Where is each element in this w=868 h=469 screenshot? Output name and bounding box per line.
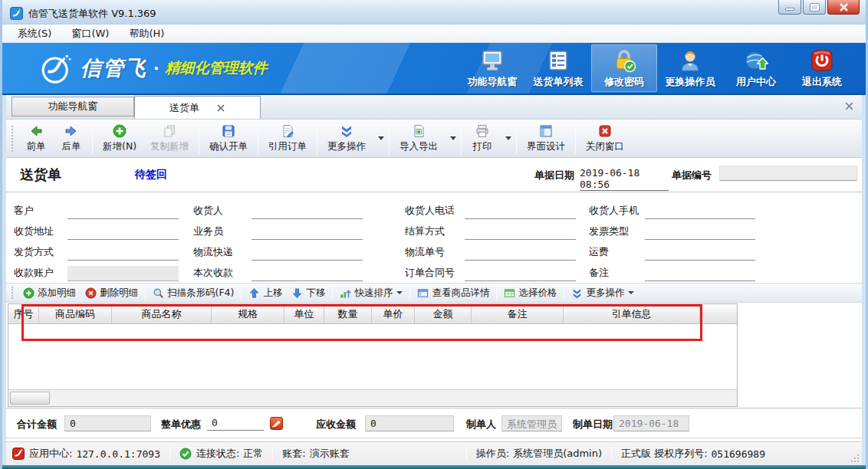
- column-header[interactable]: 商品编码: [39, 304, 112, 323]
- move-down-button[interactable]: 下移: [287, 284, 330, 301]
- resize-grip[interactable]: [850, 454, 860, 463]
- logistics-field[interactable]: [252, 245, 363, 261]
- print-dropdown-icon[interactable]: [505, 136, 511, 140]
- confirm-button[interactable]: 确认开单: [202, 121, 255, 156]
- brand-separator: ·: [153, 59, 159, 77]
- column-header[interactable]: 商品名称: [112, 304, 212, 323]
- move-up-button[interactable]: 上移: [244, 284, 287, 301]
- payment-field[interactable]: [252, 266, 363, 281]
- delete-detail-button[interactable]: 删除明细: [81, 284, 143, 301]
- quick-sort-dropdown-icon[interactable]: [396, 291, 403, 294]
- menu-window[interactable]: 窗口(W): [64, 25, 117, 42]
- maximize-button[interactable]: [803, 0, 826, 15]
- banner-button-nav-window[interactable]: 功能导航窗: [459, 44, 525, 92]
- ship-method-field[interactable]: [67, 245, 179, 261]
- field-label: 备注: [589, 266, 645, 281]
- maximize-icon: [810, 4, 819, 11]
- address-field[interactable]: [67, 225, 179, 240]
- status-license: 正式版 授权序列号: 051696989: [621, 447, 765, 461]
- window-bottom-frame: [2, 465, 866, 469]
- ui-design-button[interactable]: 界面设计: [520, 121, 572, 156]
- copy-new-button: 复制新增: [143, 121, 196, 156]
- horizontal-scrollbar[interactable]: [8, 389, 737, 406]
- select-price-button[interactable]: 选择价格: [499, 284, 561, 301]
- toolbar-grip[interactable]: [12, 126, 15, 152]
- column-header[interactable]: 单位: [284, 304, 324, 323]
- sort-icon: [340, 287, 351, 299]
- import-export-icon: [411, 123, 426, 139]
- minimize-button[interactable]: [778, 0, 801, 15]
- column-header[interactable]: 金额: [415, 304, 472, 323]
- price-table-icon: [504, 287, 515, 299]
- view-product-detail-button[interactable]: 查看商品详情: [413, 284, 494, 301]
- banner-button-change-operator[interactable]: 更换操作员: [657, 44, 723, 92]
- detail-more-actions-button[interactable]: 更多操作: [567, 284, 639, 301]
- menu-system[interactable]: 系统(S): [10, 25, 59, 42]
- more-actions-dropdown-icon[interactable]: [378, 136, 384, 140]
- contract-no-field[interactable]: [465, 266, 576, 281]
- close-window-icon: [597, 123, 613, 139]
- new-button[interactable]: 新增(N): [96, 121, 143, 156]
- close-window-button[interactable]: 关闭窗口: [579, 121, 631, 156]
- tracking-no-field[interactable]: [465, 245, 576, 261]
- field-label: 客户: [14, 204, 67, 219]
- banner-button-delivery-list[interactable]: 送货单列表: [525, 44, 591, 92]
- detail-toolbar-separator: [332, 286, 333, 300]
- detail-more-dropdown-icon[interactable]: [628, 291, 634, 294]
- lock-check-icon: [612, 48, 636, 73]
- salesman-field[interactable]: [252, 225, 363, 240]
- settlement-field[interactable]: [465, 225, 576, 240]
- page-title: 送货单: [20, 166, 61, 184]
- tab-delivery-order[interactable]: 送货单: [134, 96, 261, 119]
- import-export-button[interactable]: 导入导出: [393, 121, 445, 156]
- receiver-mobile-field[interactable]: [645, 204, 755, 219]
- ref-order-icon: [280, 123, 295, 139]
- column-header[interactable]: 引单信息: [564, 304, 700, 323]
- quick-sort-button[interactable]: 快速排序: [335, 284, 407, 301]
- column-header[interactable]: 规格: [212, 304, 284, 323]
- freight-field[interactable]: [645, 245, 755, 261]
- brand-tagline: 精细化管理软件: [166, 58, 268, 78]
- add-detail-button[interactable]: 添加明细: [18, 284, 81, 301]
- remark-field[interactable]: [645, 266, 755, 281]
- import-export-dropdown-icon[interactable]: [450, 136, 456, 140]
- discount-edit-button[interactable]: [270, 417, 283, 430]
- column-header[interactable]: 序号: [8, 304, 39, 323]
- column-header[interactable]: 数量: [324, 304, 372, 323]
- menu-help[interactable]: 帮助(H): [121, 25, 172, 42]
- prev-doc-button[interactable]: 前单: [18, 121, 54, 156]
- column-header[interactable]: 单价: [372, 304, 415, 323]
- toolbar-separator: [516, 123, 517, 154]
- customer-field[interactable]: [67, 204, 179, 219]
- items-grid[interactable]: 序号 商品编码 商品名称 规格 单位 数量 单价 金额 备注 引单信息: [8, 303, 738, 407]
- scan-barcode-button[interactable]: 扫描条形码(F4): [148, 284, 238, 301]
- close-button[interactable]: [827, 0, 860, 15]
- receiver-field[interactable]: [252, 204, 363, 219]
- field-label: 物流单号: [405, 245, 465, 261]
- print-button[interactable]: 打印: [465, 121, 500, 156]
- more-actions-button[interactable]: 更多操作: [321, 121, 373, 156]
- detail-toolbar-grip[interactable]: [12, 287, 14, 299]
- ref-order-button[interactable]: 引用订单: [261, 121, 314, 156]
- invoice-type-field[interactable]: [645, 225, 755, 240]
- next-doc-button[interactable]: 后单: [54, 121, 89, 156]
- discount-label: 整单优惠: [161, 418, 201, 431]
- banner-button-change-password[interactable]: 修改密码: [591, 44, 657, 92]
- discount-field[interactable]: 0: [207, 415, 264, 431]
- tab-close-icon[interactable]: [216, 103, 225, 113]
- receiver-phone-field[interactable]: [465, 204, 576, 219]
- save-icon: [221, 123, 236, 139]
- tab-bar: 功能导航窗 送货单: [6, 95, 862, 120]
- copy-icon: [162, 123, 177, 139]
- column-header[interactable]: 备注: [472, 304, 564, 323]
- banner-button-user-center[interactable]: 用户中心: [723, 44, 789, 92]
- horizontal-scrollbar-thumb[interactable]: [10, 392, 50, 405]
- maker-field: 系统管理员: [501, 415, 562, 431]
- tab-nav-window[interactable]: 功能导航窗: [12, 97, 134, 116]
- banner-button-exit[interactable]: 退出系统: [789, 44, 855, 92]
- field-label: 收货人电话: [405, 204, 465, 219]
- doc-date-field[interactable]: 2019-06-18 08:56: [580, 167, 669, 191]
- tabbar-close-icon[interactable]: [844, 101, 854, 111]
- statusbar-separator: [169, 447, 170, 461]
- delete-circle-icon: [85, 287, 97, 299]
